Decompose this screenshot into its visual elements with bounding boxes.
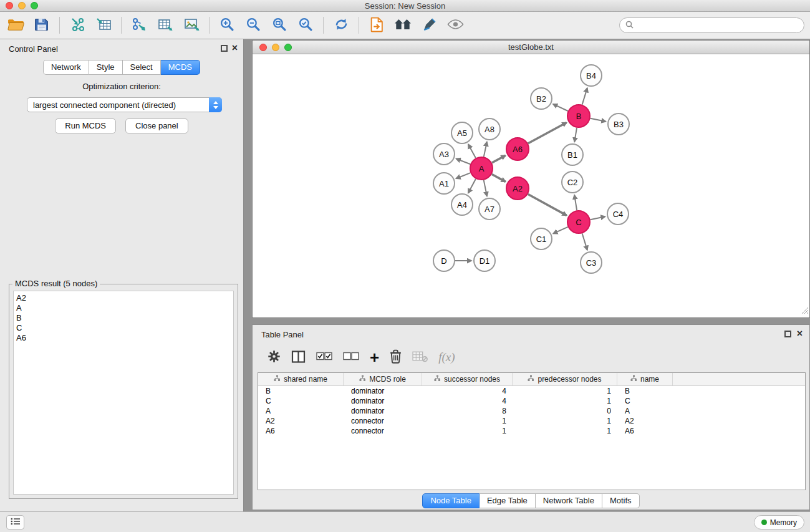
- column-header-mcds-role[interactable]: MCDS role: [344, 373, 422, 385]
- table-row[interactable]: A6connector11A6: [258, 426, 805, 436]
- add-column-button[interactable]: +: [370, 351, 379, 364]
- table-tab-node-table[interactable]: Node Table: [422, 493, 480, 508]
- apply-layout-button[interactable]: [328, 14, 354, 37]
- column-header-predecessor-nodes[interactable]: predecessor nodes: [513, 373, 617, 385]
- table-settings-button[interactable]: [268, 350, 281, 365]
- search-input[interactable]: [637, 21, 804, 30]
- mcds-result-item[interactable]: B: [16, 313, 233, 323]
- node-B1[interactable]: B1: [562, 144, 583, 165]
- edge-C-C1[interactable]: [553, 227, 568, 234]
- select-all-columns-button[interactable]: [316, 352, 332, 363]
- table-cell[interactable]: A: [617, 407, 673, 415]
- node-A1[interactable]: A1: [433, 173, 455, 194]
- tab-style[interactable]: Style: [89, 60, 123, 75]
- table-cell[interactable]: dominator: [344, 407, 422, 415]
- zoom-out-button[interactable]: [240, 14, 266, 37]
- table-cell[interactable]: A6: [617, 427, 673, 435]
- table-cell[interactable]: 4: [422, 397, 513, 405]
- node-B4[interactable]: B4: [581, 65, 602, 86]
- table-row[interactable]: Bdominator41B: [258, 386, 805, 396]
- zoom-fit-button[interactable]: [266, 14, 292, 37]
- table-cell[interactable]: 1: [513, 417, 617, 425]
- table-cell[interactable]: 0: [513, 407, 617, 415]
- node-A5[interactable]: A5: [451, 122, 473, 143]
- save-session-button[interactable]: [29, 14, 55, 37]
- close-table-panel-icon[interactable]: ×: [797, 328, 803, 339]
- table-cell[interactable]: 8: [422, 407, 513, 415]
- toggle-details-button[interactable]: [442, 14, 468, 37]
- table-tab-edge-table[interactable]: Edge Table: [480, 493, 536, 508]
- node-A4[interactable]: A4: [451, 194, 473, 215]
- table-cell[interactable]: A: [258, 407, 344, 415]
- node-A[interactable]: A: [470, 157, 493, 180]
- table-cell[interactable]: connector: [344, 427, 422, 435]
- node-D1[interactable]: D1: [474, 250, 495, 271]
- node-C[interactable]: C: [567, 211, 590, 233]
- node-B3[interactable]: B3: [608, 114, 629, 135]
- run-mcds-button[interactable]: Run MCDS: [55, 118, 116, 133]
- close-panel-button[interactable]: Close panel: [125, 118, 188, 133]
- node-D[interactable]: D: [433, 250, 455, 271]
- node-A8[interactable]: A8: [479, 118, 500, 140]
- table-cell[interactable]: 1: [513, 387, 617, 395]
- table-cell[interactable]: 4: [422, 387, 513, 395]
- tab-select[interactable]: Select: [123, 60, 161, 75]
- open-document-button[interactable]: [364, 14, 390, 37]
- mcds-result-item[interactable]: A: [16, 303, 233, 313]
- edge-C-C3[interactable]: [582, 233, 587, 250]
- unselect-all-columns-button[interactable]: [343, 352, 359, 363]
- network-canvas[interactable]: B4B2BB3A5A8A6A3B1AA1C2A2A4A7C4CC1C3DD1: [253, 54, 809, 317]
- table-row[interactable]: A2connector11A2: [258, 416, 805, 426]
- table-cell[interactable]: B: [617, 387, 673, 395]
- export-table-button[interactable]: [152, 14, 178, 37]
- table-cell[interactable]: C: [617, 397, 673, 405]
- edge-A-A3[interactable]: [456, 159, 471, 165]
- table-row[interactable]: Cdominator41C: [258, 396, 805, 406]
- edge-A-A6[interactable]: [492, 155, 506, 163]
- import-network-button[interactable]: [64, 14, 90, 37]
- table-cell[interactable]: C: [258, 397, 344, 405]
- node-A3[interactable]: A3: [433, 143, 455, 165]
- mcds-result-item[interactable]: A6: [16, 333, 233, 343]
- edge-A2-C[interactable]: [528, 194, 567, 215]
- apply-style-button[interactable]: [416, 14, 442, 37]
- edge-C-C2[interactable]: [574, 195, 577, 211]
- node-B2[interactable]: B2: [531, 88, 552, 109]
- search-box[interactable]: [619, 17, 804, 33]
- table-cell[interactable]: dominator: [344, 387, 422, 395]
- table-cell[interactable]: 1: [422, 417, 513, 425]
- node-A6[interactable]: A6: [506, 138, 529, 160]
- edge-A-A7[interactable]: [484, 180, 487, 196]
- node-A2[interactable]: A2: [506, 177, 529, 200]
- column-header-successor-nodes[interactable]: successor nodes: [422, 373, 513, 385]
- edge-A6-B[interactable]: [528, 123, 567, 144]
- node-C2[interactable]: C2: [562, 172, 583, 193]
- table-row[interactable]: Adominator80A: [258, 406, 805, 416]
- home-button[interactable]: [390, 14, 416, 37]
- mcds-result-list[interactable]: A2ABCA6: [13, 291, 234, 495]
- node-A7[interactable]: A7: [479, 198, 500, 220]
- resize-grip-icon[interactable]: [801, 306, 809, 317]
- table-cell[interactable]: dominator: [344, 397, 422, 405]
- column-header-shared-name[interactable]: shared name: [258, 373, 344, 385]
- mcds-result-item[interactable]: C: [16, 323, 233, 333]
- table-cell[interactable]: A6: [258, 427, 344, 435]
- float-panel-icon[interactable]: [221, 45, 228, 52]
- task-history-button[interactable]: [6, 515, 24, 530]
- delete-column-button[interactable]: [390, 349, 402, 365]
- table-cell[interactable]: connector: [344, 417, 422, 425]
- node-C1[interactable]: C1: [531, 228, 552, 249]
- show-columns-button[interactable]: [291, 351, 306, 365]
- tab-network[interactable]: Network: [43, 60, 89, 75]
- node-C3[interactable]: C3: [581, 252, 602, 273]
- mcds-result-item[interactable]: A2: [16, 293, 233, 303]
- function-builder-button[interactable]: f(x): [438, 351, 455, 364]
- table-cell[interactable]: A2: [258, 417, 344, 425]
- table-tab-network-table[interactable]: Network Table: [536, 493, 602, 508]
- edge-A-A2[interactable]: [492, 174, 506, 181]
- table-tab-motifs[interactable]: Motifs: [602, 493, 640, 508]
- edge-B-B3[interactable]: [591, 118, 606, 122]
- node-C4[interactable]: C4: [607, 203, 629, 225]
- edge-A-A1[interactable]: [456, 173, 471, 178]
- import-table-button[interactable]: [90, 14, 117, 37]
